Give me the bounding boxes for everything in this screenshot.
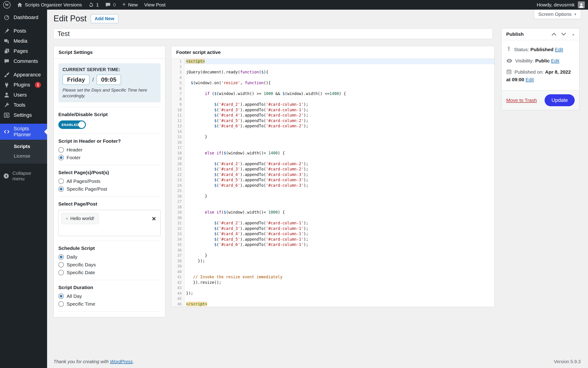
page-title: Edit Post [54,14,87,23]
line-number: 27 [171,199,184,204]
line-number: 46 [171,302,184,307]
admin-sidebar: DashboardPostsMediaPagesCommentsAppearan… [0,10,47,368]
line-number: 28 [171,204,184,210]
visibility-eye-icon [506,58,512,63]
code-line: 8 [171,97,494,102]
sidebar-item-appearance[interactable]: Appearance [0,70,47,80]
post-title-input[interactable] [54,28,493,39]
code-line: 38 }); [171,258,494,264]
radio-button[interactable] [58,186,64,192]
media-icon [3,38,10,44]
comments-menu[interactable]: 0 [102,0,119,10]
radio-option-all-pages-posts[interactable]: All Pages/Posts [58,178,161,184]
line-number: 25 [171,188,184,194]
update-icon [88,2,94,8]
radio-option-specific-page-post[interactable]: Specific Page/Post [58,186,161,192]
code-line: 13 $('#card_6').appendTo('#card-column-2… [171,123,494,129]
site-name-menu[interactable]: Scripts Organizer Versions [14,0,85,10]
radio-option-specific-days[interactable]: Specific Days [58,262,161,267]
code-line: 12 $('#card_5').appendTo('#card-column-2… [171,118,494,124]
sidebar-item-comments[interactable]: Comments [0,56,47,66]
main-content: Screen Options ▼ Edit Post Add New Scrip… [47,10,588,368]
publish-panel: Publish ▲ Status: Published Edit Visibil… [501,28,579,110]
radio-option-all-day[interactable]: All Day [58,294,161,299]
radio-option-daily[interactable]: Daily [58,254,161,260]
radio-button[interactable] [58,270,64,275]
radio-button[interactable] [58,147,64,153]
line-number: 31 [171,221,184,226]
server-day-box[interactable]: Friday [62,74,90,85]
edit-visibility-link[interactable]: Edit [551,58,559,63]
updates-menu[interactable]: 1 [85,0,102,10]
code-editor[interactable]: 1<script>23jQuery(document).ready(functi… [171,59,494,307]
code-line: 14 [171,129,494,134]
users-icon [3,92,10,98]
sidebar-item-users[interactable]: Users [0,90,47,100]
page-select-input[interactable]: × Hello world! ✕ [58,210,161,236]
sidebar-item-plugins[interactable]: Plugins1 [0,80,47,90]
edit-status-link[interactable]: Edit [555,47,563,52]
collapse-panel-icon[interactable]: ▲ [572,33,575,36]
sidebar-item-settings[interactable]: Settings [0,110,47,120]
footer-thanks: Thank you for creating with WordPress. [54,359,134,364]
radio-button[interactable] [58,294,64,299]
new-content-menu[interactable]: + New [119,0,141,10]
code-line: 29 else if($(window).width()< 1000) { [171,210,494,215]
radio-option-header[interactable]: Header [58,147,161,153]
code-line: 32 $('#card_3').appendTo('#card-column-1… [171,226,494,231]
placement-options: HeaderFooter [58,147,161,160]
wp-logo-menu[interactable]: W [0,0,14,10]
code-line: 7 if ($(window).width() >= 1000 && $(win… [171,91,494,97]
enabled-toggle[interactable]: ENABLED [58,120,86,129]
collapse-menu-button[interactable]: Collapse menu [0,167,47,185]
sidebar-item-posts[interactable]: Posts [0,26,47,36]
line-number: 33 [171,231,184,237]
code-line: 25 [171,188,494,194]
sidebar-item-pages[interactable]: Pages [0,46,47,56]
chevron-down-icon: ▼ [574,13,577,16]
radio-button[interactable] [58,178,64,184]
radio-button[interactable] [58,155,64,160]
move-to-trash-link[interactable]: Move to Trash [506,98,537,103]
move-down-icon[interactable] [561,32,567,37]
placement-label: Script in Header or Footer? [58,138,161,144]
appearance-icon [3,72,10,78]
line-number: 14 [171,129,184,134]
sidebar-item-dashboard[interactable]: Dashboard [0,12,47,22]
code-line: 24 $('#card_6').appendTo('#card-column-3… [171,183,494,188]
sidebar-item-media[interactable]: Media [0,36,47,46]
update-button[interactable]: Update [545,94,575,106]
code-line: 33 $('#card_4').appendTo('#card-column-1… [171,231,494,237]
radio-button[interactable] [58,262,64,267]
plugins-icon [3,82,10,88]
remove-chip-icon[interactable]: × [66,216,68,221]
move-up-icon[interactable] [551,32,557,37]
radio-button[interactable] [58,301,64,307]
update-count: 1 [96,2,99,8]
code-line: 22 $('#card_4').appendTo('#card-column-3… [171,172,494,178]
screen-options-button[interactable]: Screen Options ▼ [534,10,581,19]
radio-option-specific-time[interactable]: Specific Time [58,301,161,307]
submenu-item-license[interactable]: License [0,151,47,161]
account-menu[interactable]: Howdy, devusrmk [534,0,588,10]
code-line: 30 [171,215,494,221]
publish-title: Publish [506,31,551,37]
add-new-button[interactable]: Add New [91,14,118,23]
edit-published-link[interactable]: Edit [526,77,534,82]
admin-bar: W Scripts Organizer Versions 1 0 + New V… [0,0,588,10]
code-line: 27 [171,199,494,204]
wordpress-link[interactable]: WordPress [110,359,133,364]
clear-selection-icon[interactable]: ✕ [152,216,156,222]
radio-option-specific-date[interactable]: Specific Date [58,270,161,275]
code-editor-panel: Footer script active 1<script>23jQuery(d… [171,46,494,307]
sidebar-item-label: Users [14,92,27,98]
radio-button[interactable] [58,254,64,260]
sidebar-item-scripts-planner[interactable]: Scripts Planner [0,124,47,140]
sidebar-item-tools[interactable]: Tools [0,100,47,110]
radio-option-footer[interactable]: Footer [58,155,161,160]
plus-icon: + [122,1,126,8]
server-clock-box[interactable]: 09:05 [96,74,121,85]
submenu-item-scripts[interactable]: Scripts [0,142,47,151]
sidebar-item-label: Media [14,38,27,44]
view-post-link[interactable]: View Post [141,0,169,10]
